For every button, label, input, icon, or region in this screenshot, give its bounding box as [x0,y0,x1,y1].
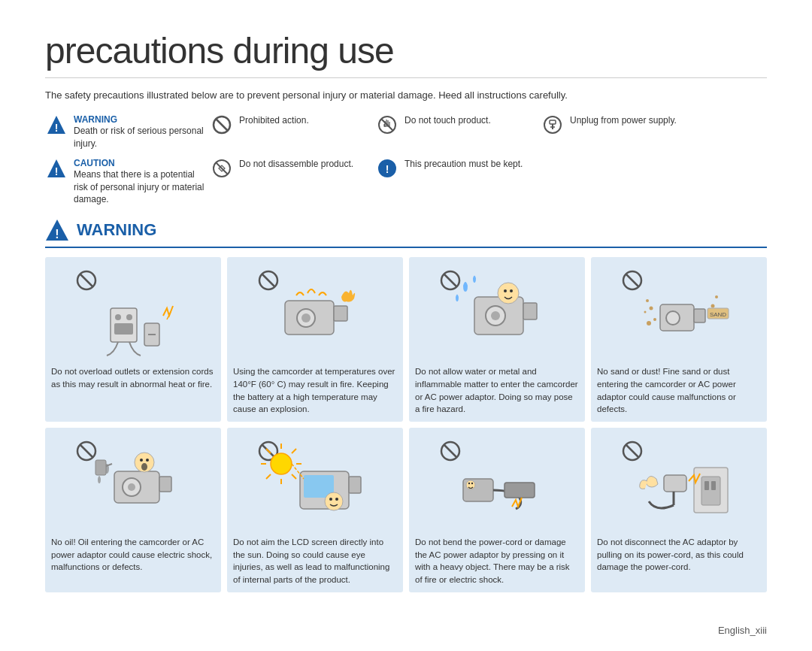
legend-item-unplug: Unplug from power supply. [541,114,707,150]
legend-grid: ! WARNING Death or risk of serious perso… [45,114,767,206]
svg-point-48 [644,311,647,313]
svg-text:!: ! [55,122,59,134]
card-8: Do not disconnect the AC adaptor by pull… [591,428,767,592]
svg-rect-29 [334,306,347,321]
svg-point-81 [325,492,343,510]
legend-nodisassemble-label: Do not disassemble product. [239,158,353,171]
svg-line-75 [292,474,296,479]
card-6-illustration [255,438,375,528]
card-7-illustration [437,438,557,528]
svg-text:SAND: SAND [710,311,726,318]
unplug-icon [541,114,564,135]
card-8-illustration [619,438,739,528]
card-5-illustration [73,438,193,528]
svg-point-83 [335,498,338,501]
svg-point-63 [140,459,143,462]
svg-line-13 [216,162,228,174]
card-3-image [415,263,579,361]
svg-text:!: ! [386,163,389,175]
svg-point-50 [647,321,651,326]
svg-point-49 [653,318,656,321]
svg-rect-87 [504,483,535,498]
card-5: No oil! Oil entering the camcorder or AC… [45,428,221,592]
footer-text: English_xiii [718,625,767,636]
legend-warning-desc: Death or risk of serious personal injury… [74,125,211,150]
legend-item-notouch: Do not touch product. [376,114,541,150]
page-title: precautions during use [45,30,767,78]
svg-rect-44 [694,309,705,322]
svg-point-65 [141,463,147,471]
card-1-image [51,263,215,361]
card-2-image [233,263,397,361]
card-7-text: Do not bend the power-cord or damage the… [415,536,579,586]
svg-rect-7 [550,120,556,124]
card-2-illustration [255,267,375,357]
card-4-illustration: SAND [619,267,739,357]
cards-grid: Do not overload outlets or extension cor… [45,257,767,592]
svg-point-69 [271,453,292,474]
svg-text:!: ! [55,165,59,177]
svg-line-19 [80,274,92,286]
page-footer: English_xiii [718,625,767,636]
legend-mustkeep-label: This precaution must be kept. [404,158,523,171]
svg-point-64 [146,459,149,462]
svg-point-40 [510,289,513,292]
svg-point-46 [646,299,649,302]
card-8-image [597,434,761,531]
svg-point-38 [498,283,519,304]
legend-notouch-label: Do not touch product. [404,114,491,127]
legend-item-mustkeep: ! This precaution must be kept. [376,158,541,206]
svg-point-45 [666,311,680,325]
legend-caution-text: CAUTION Means that there is a potential … [74,158,211,206]
svg-rect-35 [523,303,537,319]
svg-line-92 [626,445,638,457]
card-1: Do not overload outlets or extension cor… [45,257,221,422]
svg-point-31 [301,313,311,322]
nodisassemble-icon [211,158,233,179]
svg-line-76 [292,449,296,453]
card-7-image [415,434,579,531]
legend-caution-label: CAUTION [74,158,211,168]
svg-line-85 [444,445,456,457]
card-4: SAND No sand or dust! Fine sand or dust … [591,257,767,422]
svg-rect-23 [114,323,133,335]
svg-line-33 [444,274,456,286]
legend-item-caution: ! CAUTION Means that there is a potentia… [45,158,211,206]
legend-caution-desc: Means that there is a potential risk of … [74,168,211,206]
svg-point-90 [471,483,473,484]
prohibited-icon [211,114,233,135]
card-1-text: Do not overload outlets or extension cor… [51,365,215,390]
card-6-text: Do not aim the LCD screen directly into … [233,536,397,586]
card-8-text: Do not disconnect the AC adaptor by pull… [597,536,761,574]
notouch-icon [376,114,398,135]
card-2: Using the camcorder at temperatures over… [227,257,403,422]
card-3: Do not allow water or metal and inflamma… [409,257,585,422]
svg-point-39 [504,289,507,292]
svg-text:!: ! [55,228,59,241]
svg-point-82 [329,498,332,501]
caution-triangle-icon: ! [45,158,68,179]
svg-rect-94 [701,477,720,505]
svg-rect-66 [95,460,106,475]
warning-section-heading: ! WARNING [45,218,767,248]
svg-rect-59 [159,477,171,492]
svg-rect-96 [711,481,716,490]
legend-warning-label: WARNING [74,114,211,125]
svg-point-51 [715,295,718,298]
card-4-text: No sand or dust! Fine sand or dust enter… [597,365,761,416]
svg-line-27 [262,274,274,286]
card-5-image [51,434,215,531]
svg-line-74 [266,449,271,453]
legend-prohibited-label: Prohibited action. [239,114,309,127]
svg-rect-80 [349,477,361,493]
mustkeep-icon: ! [376,158,398,179]
svg-rect-95 [704,481,709,490]
legend-warning-text: WARNING Death or risk of serious persona… [74,114,211,150]
svg-point-61 [128,483,135,491]
card-7: Do not bend the power-cord or damage the… [409,428,585,592]
intro-text: The safety precautions illustrated below… [45,89,767,102]
card-6: Do not aim the LCD screen directly into … [227,428,403,592]
svg-point-89 [468,483,470,484]
svg-point-37 [491,311,500,320]
svg-line-3 [216,119,228,131]
